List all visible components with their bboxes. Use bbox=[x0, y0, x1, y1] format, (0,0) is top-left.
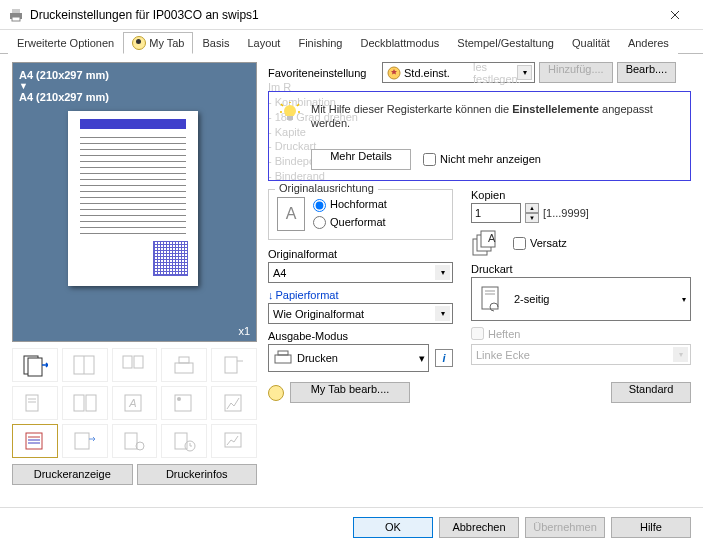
paper-preview bbox=[68, 111, 198, 286]
func-icon-4[interactable] bbox=[161, 348, 207, 382]
orientation-group: Originalausrichtung A Hochformat Querfor… bbox=[268, 189, 453, 240]
my-tab-bearb-button[interactable]: My Tab bearb.... bbox=[290, 382, 410, 403]
smiley-icon bbox=[132, 36, 146, 50]
svg-rect-19 bbox=[175, 395, 191, 411]
querformat-radio[interactable]: Querformat bbox=[313, 214, 387, 232]
svg-rect-7 bbox=[123, 356, 132, 368]
tab-qualitaet[interactable]: Qualität bbox=[563, 32, 619, 54]
title-bar: Druckeinstellungen für IP003CO an swips1 bbox=[0, 0, 703, 30]
originalformat-label: Originalformat bbox=[268, 248, 453, 260]
svg-rect-36 bbox=[278, 351, 288, 355]
svg-rect-11 bbox=[225, 357, 237, 373]
svg-rect-9 bbox=[175, 363, 193, 373]
func-icon-5[interactable] bbox=[211, 348, 257, 382]
tab-deckblatt[interactable]: Deckblattmodus bbox=[351, 32, 448, 54]
preview-arrow-icon: ▼ bbox=[19, 81, 250, 91]
svg-rect-12 bbox=[26, 395, 38, 411]
druckart-select[interactable]: 2-seitig ▾ bbox=[471, 277, 691, 321]
svg-rect-15 bbox=[74, 395, 84, 411]
kopien-input[interactable] bbox=[471, 203, 521, 223]
svg-rect-35 bbox=[275, 355, 291, 363]
svg-rect-27 bbox=[125, 433, 137, 449]
versatz-checkbox[interactable]: Versatz bbox=[513, 237, 567, 250]
preview-orig-size: A4 (210x297 mm) bbox=[19, 69, 250, 81]
func-icon-7[interactable] bbox=[62, 386, 108, 420]
tab-basis[interactable]: Basis bbox=[193, 32, 238, 54]
func-icon-10[interactable] bbox=[211, 386, 257, 420]
chevron-down-icon: ▾ bbox=[435, 265, 450, 280]
spin-down-icon[interactable]: ▼ bbox=[525, 213, 539, 223]
spin-up-icon[interactable]: ▲ bbox=[525, 203, 539, 213]
tab-layout[interactable]: Layout bbox=[238, 32, 289, 54]
hinzufuegen-button[interactable]: Hinzufüg.... bbox=[539, 62, 613, 83]
hochformat-radio[interactable]: Hochformat bbox=[313, 196, 387, 214]
hint-text: Mit Hilfe dieser Registerkarte können di… bbox=[311, 102, 678, 131]
chevron-down-icon: ▾ bbox=[419, 352, 425, 365]
kopien-range: [1...9999] bbox=[543, 207, 589, 219]
mehr-details-button[interactable]: Mehr Details bbox=[311, 149, 411, 170]
standard-button[interactable]: Standard bbox=[611, 382, 691, 403]
func-icon-11[interactable] bbox=[12, 424, 58, 458]
favoriten-label: Favoriteneinstellung bbox=[268, 67, 378, 79]
func-icon-14[interactable] bbox=[161, 424, 207, 458]
papierformat-label: ↓Papierformat bbox=[268, 289, 453, 301]
svg-rect-10 bbox=[179, 357, 189, 363]
ausgabe-label: Ausgabe-Modus bbox=[268, 330, 453, 342]
func-icon-2[interactable] bbox=[62, 348, 108, 382]
kopien-spinner[interactable]: ▲▼ [1...9999] bbox=[471, 203, 589, 223]
tab-stempel[interactable]: Stempel/Gestaltung bbox=[448, 32, 563, 54]
func-icon-3[interactable] bbox=[112, 348, 158, 382]
svg-rect-26 bbox=[75, 433, 89, 449]
func-icon-13[interactable] bbox=[112, 424, 158, 458]
tab-anderes[interactable]: Anderes bbox=[619, 32, 678, 54]
smiley-icon bbox=[268, 385, 284, 401]
chevron-down-icon: ▾ bbox=[682, 295, 686, 304]
close-button[interactable] bbox=[655, 1, 695, 29]
svg-rect-34 bbox=[287, 116, 293, 120]
svg-point-33 bbox=[284, 105, 296, 117]
druckeranzeige-button[interactable]: Druckeranzeige bbox=[12, 464, 133, 485]
chevron-down-icon: ▾ bbox=[435, 306, 450, 321]
dialog-buttons: OK Abbrechen Übernehmen Hilfe bbox=[353, 517, 691, 538]
duplex-icon bbox=[478, 283, 506, 315]
chevron-down-icon: ▾ bbox=[517, 65, 532, 80]
func-icon-8[interactable]: A bbox=[112, 386, 158, 420]
preview-out-size: A4 (210x297 mm) bbox=[19, 91, 250, 103]
heften-checkbox: Heften bbox=[471, 327, 520, 340]
druckerinfos-button[interactable]: Druckerinfos bbox=[137, 464, 258, 485]
window-title: Druckeinstellungen für IP003CO an swips1 bbox=[30, 8, 655, 22]
tab-erweiterte[interactable]: Erweiterte Optionen bbox=[8, 32, 123, 54]
function-icon-grid: A bbox=[12, 348, 257, 458]
svg-text:A: A bbox=[129, 397, 137, 409]
svg-rect-1 bbox=[12, 9, 20, 13]
svg-text:A: A bbox=[488, 232, 496, 244]
originalformat-select[interactable]: A4▾ bbox=[268, 262, 453, 283]
printer-icon bbox=[8, 7, 24, 23]
preview-zoom: x1 bbox=[238, 325, 250, 337]
heften-select: Linke Ecke▾ bbox=[471, 344, 691, 365]
func-icon-1[interactable] bbox=[12, 348, 58, 382]
tab-finishing[interactable]: Finishing bbox=[289, 32, 351, 54]
kopien-label: Kopien bbox=[471, 189, 691, 201]
printer-icon bbox=[273, 349, 293, 367]
svg-rect-2 bbox=[12, 17, 20, 21]
info-icon[interactable]: i bbox=[435, 349, 453, 367]
svg-point-20 bbox=[177, 397, 181, 401]
bearbeiten-button[interactable]: Bearb.... bbox=[617, 62, 677, 83]
ausgabe-select[interactable]: Drucken ▾ bbox=[268, 344, 429, 372]
apply-button[interactable]: Übernehmen bbox=[525, 517, 605, 538]
func-icon-12[interactable] bbox=[62, 424, 108, 458]
cancel-button[interactable]: Abbrechen bbox=[439, 517, 519, 538]
help-button[interactable]: Hilfe bbox=[611, 517, 691, 538]
favoriten-value: Std.einst. bbox=[404, 67, 450, 79]
preview-box: A4 (210x297 mm) ▼ A4 (210x297 mm) x1 bbox=[12, 62, 257, 342]
func-icon-9[interactable] bbox=[161, 386, 207, 420]
favoriten-combo[interactable]: Std.einst. les festlegen: ▾ bbox=[382, 62, 535, 83]
ok-button[interactable]: OK bbox=[353, 517, 433, 538]
func-icon-15[interactable] bbox=[211, 424, 257, 458]
tab-my-tab[interactable]: My Tab bbox=[123, 32, 193, 54]
func-icon-6[interactable] bbox=[12, 386, 58, 420]
svg-rect-16 bbox=[86, 395, 96, 411]
papierformat-select[interactable]: Wie Originalformat▾ bbox=[268, 303, 453, 324]
nicht-mehr-checkbox[interactable]: Nicht mehr anzeigen bbox=[423, 153, 541, 166]
